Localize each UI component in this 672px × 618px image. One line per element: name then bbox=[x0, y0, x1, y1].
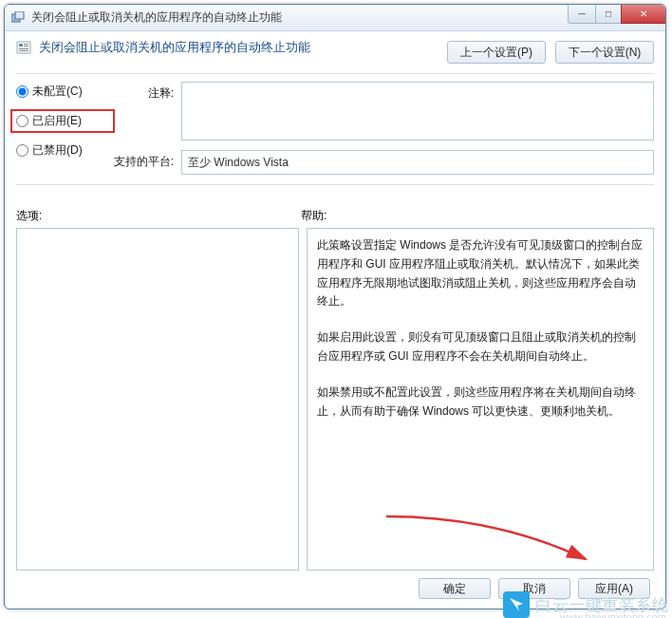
watermark-url: www.baiyunxitong.com bbox=[560, 611, 666, 618]
svg-rect-2 bbox=[17, 42, 30, 53]
ok-button[interactable]: 确定 bbox=[419, 578, 491, 599]
dialog-footer: 确定 取消 应用(A) bbox=[16, 571, 654, 599]
next-setting-button[interactable]: 下一个设置(N) bbox=[555, 41, 654, 64]
svg-rect-6 bbox=[19, 48, 28, 49]
close-button[interactable]: ✕ bbox=[621, 5, 666, 24]
svg-rect-3 bbox=[19, 44, 23, 47]
radio-not-configured[interactable]: 未配置(C) bbox=[16, 84, 109, 100]
dialog-window: 关闭会阻止或取消关机的应用程序的自动终止功能 ─ □ ✕ bbox=[4, 4, 666, 609]
svg-rect-5 bbox=[24, 46, 28, 47]
policy-title: 关闭会阻止或取消关机的应用程序的自动终止功能 bbox=[39, 39, 310, 56]
radio-disabled-label: 已禁用(D) bbox=[32, 142, 83, 159]
separator bbox=[16, 73, 654, 74]
svg-rect-4 bbox=[24, 44, 28, 45]
svg-rect-1 bbox=[15, 11, 24, 19]
app-icon bbox=[10, 10, 26, 26]
cancel-button[interactable]: 取消 bbox=[498, 578, 570, 599]
options-pane bbox=[16, 228, 299, 571]
platform-value: 至少 Windows Vista bbox=[181, 150, 654, 175]
help-label: 帮助: bbox=[301, 208, 654, 224]
radio-disabled-input[interactable] bbox=[16, 144, 28, 157]
radio-enabled[interactable]: 已启用(E) bbox=[10, 109, 115, 133]
policy-icon bbox=[16, 39, 33, 56]
help-paragraph-2: 如果启用此设置，则没有可见顶级窗口且阻止或取消关机的控制台应用程序或 GUI 应… bbox=[317, 328, 644, 366]
radio-enabled-label: 已启用(E) bbox=[32, 113, 82, 129]
options-label: 选项: bbox=[16, 208, 301, 224]
radio-enabled-input[interactable] bbox=[16, 115, 28, 127]
comment-textarea[interactable] bbox=[181, 82, 654, 140]
titlebar: 关闭会阻止或取消关机的应用程序的自动终止功能 ─ □ ✕ bbox=[5, 5, 665, 31]
help-pane: 此策略设置指定 Windows 是否允许没有可见顶级窗口的控制台应用程序和 GU… bbox=[307, 228, 654, 571]
radio-not-configured-input[interactable] bbox=[16, 85, 28, 98]
radio-disabled[interactable]: 已禁用(D) bbox=[16, 142, 109, 159]
maximize-button[interactable]: □ bbox=[595, 5, 622, 24]
state-radio-group: 未配置(C) 已启用(E) 已禁用(D) bbox=[16, 82, 109, 175]
window-controls: ─ □ ✕ bbox=[568, 5, 665, 24]
radio-not-configured-label: 未配置(C) bbox=[32, 84, 83, 100]
help-paragraph-1: 此策略设置指定 Windows 是否允许没有可见顶级窗口的控制台应用程序和 GU… bbox=[317, 236, 644, 311]
content-area: 关闭会阻止或取消关机的应用程序的自动终止功能 上一个设置(P) 下一个设置(N)… bbox=[5, 31, 665, 609]
minimize-button[interactable]: ─ bbox=[568, 5, 596, 24]
annotation-arrow-icon bbox=[382, 512, 600, 569]
help-paragraph-3: 如果禁用或不配置此设置，则这些应用程序将在关机期间自动终止，从而有助于确保 Wi… bbox=[317, 384, 644, 421]
comment-label: 注释: bbox=[109, 82, 181, 102]
separator-2 bbox=[16, 184, 654, 185]
platform-label: 支持的平台: bbox=[109, 150, 181, 170]
previous-setting-button[interactable]: 上一个设置(P) bbox=[447, 41, 546, 64]
window-title: 关闭会阻止或取消关机的应用程序的自动终止功能 bbox=[31, 9, 282, 26]
apply-button[interactable]: 应用(A) bbox=[578, 578, 650, 599]
svg-rect-7 bbox=[19, 50, 28, 51]
